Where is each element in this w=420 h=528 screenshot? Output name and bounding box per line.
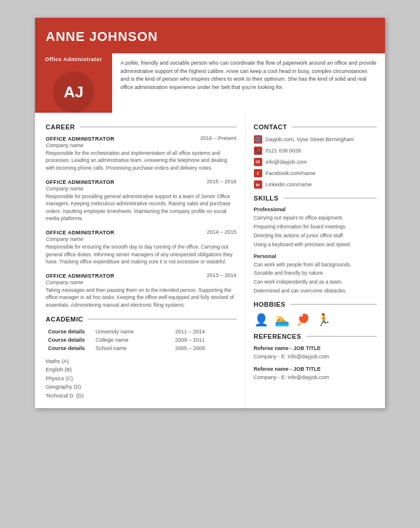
phone-icon: 📞 [254, 147, 262, 155]
career-role-2: OFFICE ADMINISTRATOR [46, 179, 114, 185]
candidate-name: ANNE JOHNSON [46, 29, 158, 44]
skills-divider [284, 198, 377, 199]
contact-section-header: CONTACT [254, 123, 377, 131]
career-entries: 2016 – Present OFFICE ADMINISTRATOR Comp… [46, 135, 237, 308]
academic-row-1: Course details College name 2009 – 2011 [46, 336, 237, 344]
professional-skills-label: Professional [254, 206, 377, 212]
contact-email: ✉ info@dayjob.com [254, 158, 377, 166]
career-date-4: 2013 – 2014 [206, 272, 236, 278]
career-divider [79, 126, 236, 128]
linkedin-icon: in [254, 180, 262, 189]
reference-0: Referee name - JOB TITLE Company - E: in… [254, 345, 377, 361]
email-icon: ✉ [254, 158, 262, 166]
right-column: CONTACT 🌐 Dayjob.com, Vyse Street Birmin… [246, 113, 385, 408]
career-title: CAREER [46, 123, 75, 131]
job-title: Office Administrator [35, 53, 112, 65]
avatar-section: Office Administrator AJ [35, 53, 112, 113]
hobby-swim-icon: 🏊 [275, 313, 289, 327]
career-desc-2: Responsible for providing general admini… [46, 193, 237, 222]
hobbies-divider [290, 304, 377, 305]
academic-section-header: ACADEMIC [46, 316, 237, 323]
per-skill-0: Can work with people from all background… [254, 262, 377, 269]
ref-company-1: Company - E: info@dayjob.com [254, 374, 377, 382]
career-entry-3: 2014 – 2015 OFFICE ADMINISTRATOR Company… [46, 229, 237, 265]
academic-table: Course details University name 2011 – 20… [46, 327, 237, 352]
per-skill-1: Sociable and friendly by nature. [254, 270, 377, 277]
hobby-run-icon: 🏃 [316, 313, 331, 327]
career-role-1: OFFICE ADMINISTRATOR [46, 136, 114, 142]
hobbies-icons: 👤 🏊 🏓 🏃 [254, 313, 377, 327]
career-company-4: Company name [46, 279, 237, 285]
career-role-3: OFFICE ADMINISTRATOR [46, 230, 114, 236]
institution-0: University name [93, 327, 173, 336]
career-desc-1: Responsible for the orchestration and im… [46, 150, 237, 171]
skills-section-header: SKILLS [254, 195, 377, 202]
hobbies-title: HOBBIES [254, 301, 286, 308]
professional-skills: Carrying out repairs to office equipment… [254, 215, 377, 249]
academic-row-2: Course details School name 2005 – 2009 [46, 344, 237, 352]
web-icon: 🌐 [254, 135, 262, 144]
references-divider [306, 336, 377, 337]
personal-skills-label: Personal [254, 253, 377, 259]
contact-web-text: Dayjob.com, Vyse Street Birmingham [266, 136, 354, 142]
career-date-3: 2014 – 2015 [206, 229, 236, 235]
contact-divider [292, 126, 377, 128]
contact-items: 🌐 Dayjob.com, Vyse Street Birmingham 📞 0… [254, 135, 377, 189]
contact-facebook-text: Facebook.com/name [266, 170, 316, 176]
ref-name-1: Referee name - JOB TITLE [254, 365, 377, 374]
career-company-1: Company name [46, 142, 237, 148]
date-0: 2011 – 2014 [173, 327, 236, 336]
profile-summary: A polite, friendly and sociable person w… [112, 53, 385, 113]
main-content: CAREER 2016 – Present OFFICE ADMINISTRAT… [35, 113, 385, 408]
institution-1: College name [93, 336, 173, 344]
course-label-1: Course details [46, 336, 93, 344]
personal-skills: Can work with people from all background… [254, 262, 377, 295]
hobby-person-icon: 👤 [254, 313, 269, 327]
grade-3: Geography (D) [46, 383, 237, 391]
contact-linkedin-text: Linkedin.com/name [266, 182, 312, 187]
career-section-header: CAREER [46, 123, 237, 131]
career-entry-1: 2016 – Present OFFICE ADMINISTRATOR Comp… [46, 135, 237, 171]
academic-row-0: Course details University name 2011 – 20… [46, 327, 237, 336]
grade-4: Technical D. (D) [46, 392, 237, 400]
date-2: 2005 – 2009 [173, 344, 236, 352]
per-skill-2: Can work independently and as a team. [254, 279, 377, 286]
career-date-1: 2016 – Present [201, 135, 237, 141]
hobbies-section-header: HOBBIES [254, 301, 377, 308]
contact-title: CONTACT [254, 123, 287, 131]
contact-web: 🌐 Dayjob.com, Vyse Street Birmingham [254, 135, 377, 144]
contact-phone-text: 0121 638 0026 [266, 148, 301, 154]
contact-facebook: f Facebook.com/name [254, 169, 377, 177]
ref-name-0: Referee name - JOB TITLE [254, 345, 377, 353]
academic-grades: Maths (A) English (B) Physics (C) Geogra… [46, 357, 237, 400]
career-entry-4: 2013 – 2014 OFFICE ADMINISTRATOR Company… [46, 272, 237, 308]
grade-0: Maths (A) [46, 357, 237, 365]
grade-2: Physics (C) [46, 374, 237, 383]
resume-page: ANNE JOHNSON Office Administrator AJ A p… [35, 18, 385, 408]
academic-title: ACADEMIC [46, 316, 83, 323]
skills-title: SKILLS [254, 195, 279, 202]
career-role-4: OFFICE ADMINISTRATOR [46, 273, 114, 279]
institution-2: School name [93, 344, 173, 352]
hobby-pingpong-icon: 🏓 [295, 313, 310, 327]
subheader-section: Office Administrator AJ A polite, friend… [35, 53, 385, 113]
pro-skill-1: Preparing information for board meetings… [254, 224, 377, 231]
career-company-3: Company name [46, 236, 237, 242]
career-desc-4: Taking messages and then passing them on… [46, 287, 237, 308]
pro-skill-3: Using a keyboard with precision and spee… [254, 241, 377, 249]
date-1: 2009 – 2011 [173, 336, 236, 344]
career-company-2: Company name [46, 186, 237, 192]
course-label-0: Course details [46, 327, 93, 336]
facebook-icon: f [254, 169, 262, 177]
pro-skill-0: Carrying out repairs to office equipment… [254, 215, 377, 222]
grade-1: English (B) [46, 365, 237, 374]
per-skill-3: Determined and can overcome obstacles. [254, 288, 377, 295]
left-column: CAREER 2016 – Present OFFICE ADMINISTRAT… [35, 113, 246, 408]
contact-linkedin: in Linkedin.com/name [254, 180, 377, 189]
reference-1: Referee name - JOB TITLE Company - E: in… [254, 365, 377, 381]
contact-phone: 📞 0121 638 0026 [254, 147, 377, 155]
career-date-2: 2015 – 2016 [206, 179, 236, 185]
references-title: REFERENCES [254, 333, 301, 340]
pro-skill-2: Directing the actions of junior office s… [254, 233, 377, 240]
header-section: ANNE JOHNSON [35, 18, 385, 53]
